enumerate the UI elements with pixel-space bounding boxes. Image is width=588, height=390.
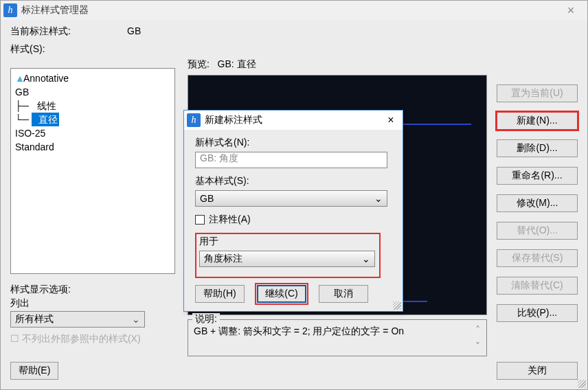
resize-grip-icon	[578, 380, 586, 388]
base-style-select[interactable]: GB ⌄	[195, 190, 387, 207]
dialog-body: 新样式名(N): GB: 角度 基本样式(S): GB ⌄ 注释性(A) 用于 …	[184, 130, 403, 311]
window-title: 标注样式管理器	[21, 4, 557, 16]
tree-item[interactable]: └─ 直径	[15, 113, 170, 126]
dialog-titlebar: h 新建标注样式 ×	[184, 111, 403, 130]
modify-button[interactable]: 修改(M)...	[497, 194, 578, 212]
chevron-down-icon: ⌄	[132, 314, 140, 325]
current-style-label: 当前标注样式:	[10, 25, 127, 38]
xref-checkbox-disabled: ☐ 不列出外部参照中的样式(X)	[10, 333, 175, 345]
tree-item[interactable]: ├─ 线性	[15, 99, 170, 113]
new-name-label: 新样式名(N):	[195, 137, 392, 149]
rename-button[interactable]: 重命名(R)...	[497, 167, 578, 185]
base-style-label: 基本样式(S):	[195, 175, 392, 187]
tree-item[interactable]: Standard	[15, 140, 170, 154]
cancel-button[interactable]: 取消	[319, 285, 368, 303]
annotative-checkbox[interactable]: 注释性(A)	[195, 214, 392, 226]
display-options: 样式显示选项: 列出 所有样式 ⌄ ☐ 不列出外部参照中的样式(X)	[10, 284, 175, 345]
override-button: 替代(O)...	[497, 222, 578, 240]
app-icon: h	[187, 113, 201, 127]
description-box: 说明: GB + 调整: 箭头和文字 = 2; 用户定位的文字 = On ˄˅	[188, 319, 487, 356]
description-label: 说明:	[192, 313, 220, 325]
use-for-group: 用于 角度标注 ⌄	[195, 233, 381, 278]
tree-item[interactable]: ▲Annotative	[15, 71, 170, 85]
display-options-heading: 样式显示选项:	[10, 284, 175, 296]
tree-item[interactable]: GB	[15, 85, 170, 99]
continue-button[interactable]: 继续(C)	[257, 285, 306, 303]
annotative-label: 注释性(A)	[209, 214, 251, 226]
window-body: 当前标注样式: GB 样式(S): ▲Annotative GB ├─ 线性 └…	[1, 20, 587, 389]
close-button[interactable]: 关闭	[497, 362, 578, 380]
styles-list[interactable]: ▲Annotative GB ├─ 线性 └─ 直径 ISO-25 Standa…	[10, 68, 175, 274]
dialog-title: 新建标注样式	[205, 114, 382, 126]
new-name-input[interactable]: GB: 角度	[195, 152, 387, 168]
chevron-down-icon: ⌄	[374, 193, 383, 204]
save-override-button: 保存替代(S)	[497, 249, 578, 267]
list-label: 列出	[10, 297, 175, 310]
description-text: GB + 调整: 箭头和文字 = 2; 用户定位的文字 = On	[194, 325, 481, 338]
dialog-close-icon[interactable]: ×	[382, 114, 400, 126]
styles-label: 样式(S):	[10, 43, 578, 56]
clear-override-button: 清除替代(C)	[497, 277, 578, 295]
preview-label: 预览: GB: 直径	[188, 58, 487, 71]
annotative-icon: ▲	[15, 71, 23, 85]
current-style-row: 当前标注样式: GB	[10, 25, 578, 38]
right-button-column: 置为当前(U) 新建(N)... 删除(D)... 重命名(R)... 修改(M…	[497, 84, 578, 322]
close-icon[interactable]: ×	[557, 3, 585, 18]
app-icon: h	[3, 3, 17, 17]
help-button[interactable]: 帮助(E)	[10, 362, 58, 380]
new-dimstyle-dialog: h 新建标注样式 × 新样式名(N): GB: 角度 基本样式(S): GB ⌄…	[183, 110, 403, 312]
titlebar: h 标注样式管理器 ×	[1, 1, 587, 20]
checkbox-box	[195, 215, 205, 225]
use-for-select[interactable]: 角度标注 ⌄	[199, 251, 375, 267]
current-style-value: GB	[127, 25, 141, 38]
dialog-button-row: 帮助(H) 继续(C) 取消	[195, 285, 392, 303]
tree-item[interactable]: ISO-25	[15, 126, 170, 140]
compare-button[interactable]: 比较(P)...	[497, 304, 578, 322]
combo-value: 所有样式	[15, 313, 54, 325]
dimension-style-manager-window: h 标注样式管理器 × 当前标注样式: GB 样式(S): ▲Annotativ…	[0, 0, 588, 390]
set-current-button: 置为当前(U)	[497, 84, 578, 102]
delete-button[interactable]: 删除(D)...	[497, 139, 578, 157]
left-column: ▲Annotative GB ├─ 线性 └─ 直径 ISO-25 Standa…	[10, 68, 175, 345]
dialog-help-button[interactable]: 帮助(H)	[195, 285, 245, 303]
use-for-label: 用于	[199, 236, 376, 248]
new-button[interactable]: 新建(N)...	[497, 112, 578, 130]
chevron-down-icon: ⌄	[362, 253, 370, 264]
list-filter-combo[interactable]: 所有样式 ⌄	[10, 311, 145, 328]
